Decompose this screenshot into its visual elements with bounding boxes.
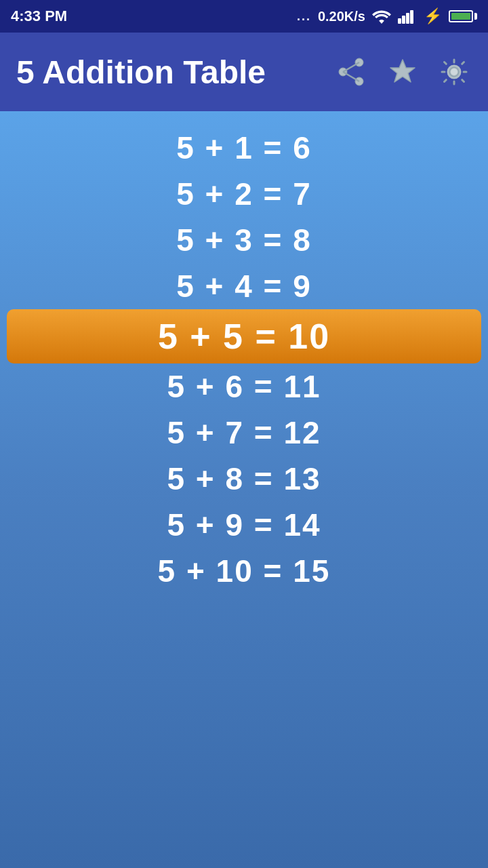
svg-line-8 [343, 72, 359, 81]
equation-row-5[interactable]: 5 + 5 = 10 [7, 309, 481, 363]
status-bar: 4:33 PM ... 0.20K/s ⚡ [0, 0, 488, 33]
battery-icon [449, 10, 477, 22]
equation-row-7[interactable]: 5 + 7 = 12 [0, 410, 488, 456]
main-content: 5 + 1 = 65 + 2 = 75 + 3 = 85 + 4 = 95 + … [0, 111, 488, 868]
time-display: 4:33 PM [11, 7, 67, 25]
equation-row-10[interactable]: 5 + 10 = 15 [0, 548, 488, 594]
svg-rect-1 [402, 16, 405, 24]
app-bar: 5 Addition Table [0, 33, 488, 111]
wifi-icon [372, 9, 391, 24]
equation-row-9[interactable]: 5 + 9 = 14 [0, 502, 488, 548]
status-time: 4:33 PM [11, 7, 67, 25]
equation-row-8[interactable]: 5 + 8 = 13 [0, 456, 488, 502]
status-icons: ... 0.20K/s ⚡ [297, 7, 477, 25]
charging-icon: ⚡ [424, 7, 442, 25]
svg-rect-0 [398, 18, 401, 24]
equation-row-3[interactable]: 5 + 3 = 8 [0, 217, 488, 263]
svg-marker-9 [390, 60, 415, 82]
equation-row-4[interactable]: 5 + 4 = 9 [0, 263, 488, 309]
page-title: 5 Addition Table [16, 54, 266, 91]
svg-line-7 [343, 62, 359, 72]
equation-row-6[interactable]: 5 + 6 = 11 [0, 363, 488, 410]
settings-button[interactable] [436, 54, 472, 90]
svg-point-12 [451, 68, 458, 75]
signal-icon [398, 9, 417, 24]
network-speed: 0.20K/s [318, 9, 365, 24]
svg-rect-3 [410, 10, 413, 24]
app-bar-actions [333, 54, 472, 90]
favorite-button[interactable] [385, 54, 420, 90]
svg-rect-2 [406, 13, 409, 24]
equation-row-1[interactable]: 5 + 1 = 6 [0, 125, 488, 171]
share-button[interactable] [333, 54, 369, 90]
dots-icon: ... [297, 9, 311, 24]
equation-row-2[interactable]: 5 + 2 = 7 [0, 171, 488, 217]
